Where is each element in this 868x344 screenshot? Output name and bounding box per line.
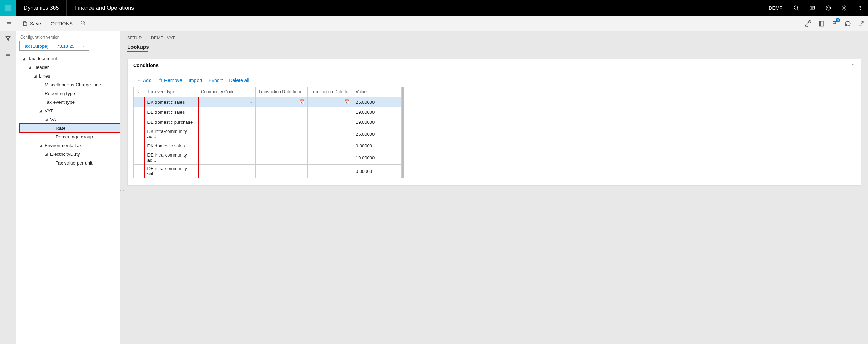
cell-date-from[interactable]: [256, 165, 308, 178]
hamburger-button[interactable]: [4, 16, 15, 31]
company-picker[interactable]: DEMF: [763, 0, 788, 16]
cell-date-to[interactable]: [308, 141, 353, 151]
row-selector[interactable]: [134, 165, 144, 178]
panel-header[interactable]: Conditions ⌃: [128, 59, 861, 72]
grid-scrollbar[interactable]: [402, 87, 404, 178]
table-row[interactable]: DE domestic purchase19.00000: [134, 117, 402, 127]
add-button[interactable]: Add: [137, 78, 152, 83]
table-row[interactable]: DE intra-community ac…19.00000: [134, 151, 402, 165]
messages-button[interactable]: [804, 0, 820, 16]
select-all-header[interactable]: [134, 87, 144, 97]
cell-date-from[interactable]: [256, 151, 308, 165]
cell-tax-event-type[interactable]: DE intra-community ac…: [144, 151, 198, 165]
cell-commodity-code[interactable]: [198, 117, 256, 127]
cell-commodity-code[interactable]: ⌄: [198, 97, 256, 107]
tree-lines[interactable]: ◢Lines: [19, 72, 120, 80]
cell-date-to[interactable]: [308, 165, 353, 178]
tree-header[interactable]: ◢Header: [19, 63, 120, 72]
cell-commodity-code[interactable]: [198, 151, 256, 165]
related-button[interactable]: [5, 52, 11, 59]
config-version-select[interactable]: Tax (Europe) 73.13.25 ⌄: [19, 41, 89, 51]
table-row[interactable]: DK domestic sales0.00000: [134, 141, 402, 151]
col-tax-event-type[interactable]: Tax event type: [144, 87, 198, 97]
col-value[interactable]: Value: [353, 87, 402, 97]
tree-vat-inner[interactable]: ◢VAT: [19, 115, 120, 124]
filter-button[interactable]: [5, 35, 11, 42]
cell-commodity-code[interactable]: [198, 127, 256, 141]
options-button[interactable]: OPTIONS: [47, 19, 77, 28]
row-selector[interactable]: [134, 107, 144, 117]
cell-commodity-code[interactable]: [198, 141, 256, 151]
product-name[interactable]: Dynamics 365: [16, 5, 66, 11]
cell-date-to[interactable]: [308, 117, 353, 127]
row-selector[interactable]: [134, 117, 144, 127]
col-commodity-code[interactable]: Commodity Code: [198, 87, 256, 97]
cell-date-from[interactable]: 📅: [256, 97, 308, 107]
cell-date-to[interactable]: [308, 127, 353, 141]
table-row[interactable]: DK intra-community ac…25.00000: [134, 127, 402, 141]
tree-misc[interactable]: Miscellaneous Charge Line: [19, 80, 120, 89]
delete-all-button[interactable]: Delete all: [229, 78, 249, 83]
remove-button[interactable]: Remove: [158, 78, 182, 83]
conditions-grid: Tax event type Commodity Code Transactio…: [133, 87, 402, 178]
refresh-button[interactable]: [844, 20, 851, 27]
tree-pct-group[interactable]: Percentage group: [19, 133, 120, 141]
cell-tax-event-type[interactable]: DK domestic sales⌄: [144, 97, 198, 107]
cell-date-from[interactable]: [256, 141, 308, 151]
row-selector[interactable]: [134, 97, 144, 107]
tree-env-tax[interactable]: ◢EnvironmentalTax: [19, 141, 120, 150]
cell-date-from[interactable]: [256, 117, 308, 127]
cell-value[interactable]: 19.00000: [353, 117, 402, 127]
cell-tax-event-type[interactable]: DK intra-community ac…: [144, 127, 198, 141]
cell-tax-event-type[interactable]: DE domestic sales: [144, 107, 198, 117]
cell-date-to[interactable]: [308, 151, 353, 165]
bc-setup[interactable]: SETUP: [127, 35, 142, 40]
export-button[interactable]: Export: [209, 78, 223, 83]
cell-tax-event-type[interactable]: DE domestic purchase: [144, 117, 198, 127]
popout-button[interactable]: [858, 20, 865, 27]
cell-date-to[interactable]: [308, 107, 353, 117]
feedback-button[interactable]: [820, 0, 836, 16]
tree-reporting-type[interactable]: Reporting type: [19, 89, 120, 98]
tree-tax-val-unit[interactable]: Tax value per unit: [19, 159, 120, 167]
table-row[interactable]: DK domestic sales⌄⌄📅📅25.00000: [134, 97, 402, 107]
tree-tax-event-type[interactable]: Tax event type: [19, 98, 120, 106]
cell-tax-event-type[interactable]: DE intra-community sal…: [144, 165, 198, 178]
resize-handle[interactable]: ⋮: [119, 188, 125, 193]
table-row[interactable]: DE intra-community sal…0.00000: [134, 165, 402, 178]
notifications-button[interactable]: 0: [831, 20, 838, 27]
attachments-indicator[interactable]: [805, 20, 812, 27]
col-date-from[interactable]: Transaction Date from: [256, 87, 308, 97]
cell-date-from[interactable]: [256, 107, 308, 117]
cell-value[interactable]: 25.00000: [353, 97, 402, 107]
tree-elec-duty[interactable]: ◢ElectricityDuty: [19, 150, 120, 159]
action-search-button[interactable]: [80, 20, 86, 27]
col-date-to[interactable]: Transaction Date to: [308, 87, 353, 97]
search-button[interactable]: [788, 0, 804, 16]
tree-tax-document[interactable]: ◢Tax document: [19, 54, 120, 63]
row-selector[interactable]: [134, 127, 144, 141]
table-row[interactable]: DE domestic sales19.00000: [134, 107, 402, 117]
tree-rate[interactable]: Rate: [19, 124, 120, 133]
cell-value[interactable]: 0.00000: [353, 141, 402, 151]
row-selector[interactable]: [134, 141, 144, 151]
tree-vat[interactable]: ◢VAT: [19, 106, 120, 115]
cell-value[interactable]: 19.00000: [353, 107, 402, 117]
office-button[interactable]: [818, 20, 825, 27]
import-button[interactable]: Import: [188, 78, 202, 83]
popout-icon: [858, 20, 865, 27]
settings-button[interactable]: [836, 0, 852, 16]
cell-commodity-code[interactable]: [198, 165, 256, 178]
module-name[interactable]: Finance and Operations: [67, 5, 142, 11]
cell-value[interactable]: 0.00000: [353, 165, 402, 178]
help-button[interactable]: [852, 0, 868, 16]
cell-date-to[interactable]: 📅: [308, 97, 353, 107]
cell-date-from[interactable]: [256, 127, 308, 141]
cell-tax-event-type[interactable]: DK domestic sales: [144, 141, 198, 151]
cell-value[interactable]: 19.00000: [353, 151, 402, 165]
app-launcher[interactable]: [0, 0, 16, 16]
cell-commodity-code[interactable]: [198, 107, 256, 117]
cell-value[interactable]: 25.00000: [353, 127, 402, 141]
save-button[interactable]: Save: [19, 19, 44, 28]
row-selector[interactable]: [134, 151, 144, 165]
